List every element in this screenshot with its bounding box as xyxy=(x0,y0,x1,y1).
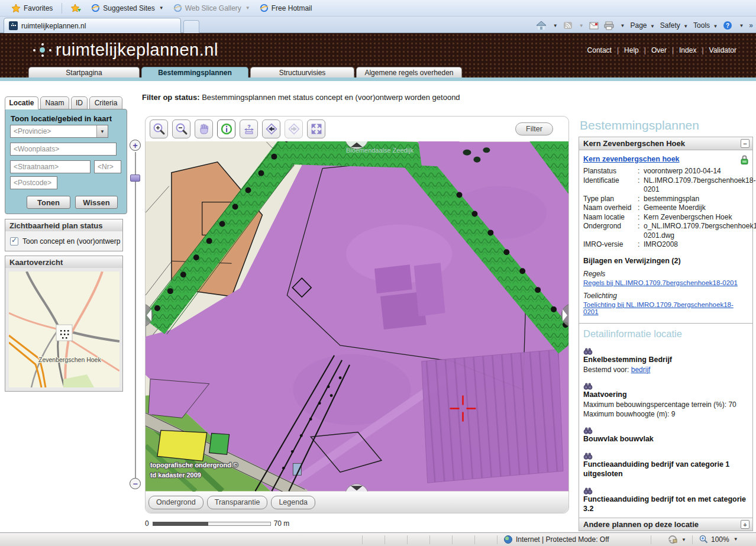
svg-text:?: ? xyxy=(247,124,251,130)
tonen-button[interactable]: Tonen xyxy=(27,196,70,209)
map-frame: ? Filter xyxy=(145,116,569,513)
detail-row: IMRO-versie:IMRO2008 xyxy=(583,240,748,250)
star-icon xyxy=(11,4,21,13)
favorites-label: Favorites xyxy=(24,4,53,12)
print-menu-caret[interactable]: ▼ xyxy=(621,23,625,28)
sidebar-tab-criteria[interactable]: Criteria xyxy=(89,96,122,109)
detail-item-functie-cat1: Functieaanduiding bedrijf van categorie … xyxy=(583,453,748,479)
ie-icon xyxy=(173,4,182,12)
detail-item-maatvoering: Maatvoering Maximum bebouwingspercentage… xyxy=(583,383,748,418)
home-icon[interactable] xyxy=(536,21,547,30)
separator xyxy=(62,3,62,14)
legenda-button[interactable]: Legenda xyxy=(271,496,315,509)
attachments-header: Bijlagen en Verwijzingen (2) xyxy=(583,257,748,265)
plan-section-header-label: Kern Zevenbergschen Hoek xyxy=(583,139,685,148)
measure-tool-button[interactable]: ? xyxy=(240,119,258,138)
next-extent-button[interactable] xyxy=(285,119,303,138)
zoom-level-label: 100% xyxy=(711,535,729,544)
provincie-select[interactable]: <Provincie> ▼ xyxy=(10,125,108,138)
measure-icon: ? xyxy=(243,122,256,135)
visibility-checkbox[interactable]: ✓ xyxy=(10,237,18,245)
toelichting-link[interactable]: Toelichting bij NL.IMRO.1709.7bergschenh… xyxy=(583,301,748,315)
print-icon[interactable] xyxy=(604,21,614,30)
postcode-input[interactable] xyxy=(10,176,57,189)
zoom-slider-handle[interactable] xyxy=(130,175,140,182)
feeds-menu-caret[interactable]: ▼ xyxy=(579,23,584,28)
lock-icon xyxy=(739,154,749,165)
map-render: Bloemendaalse Zeedijk topografische onde… xyxy=(146,141,568,492)
home-menu-caret[interactable]: ▼ xyxy=(553,23,558,28)
detail-row: Identificatie:NL.IMRO.1709.7bergschenhoe… xyxy=(583,176,748,195)
straatnaam-input[interactable] xyxy=(10,160,91,173)
help-icon[interactable]: ? xyxy=(723,21,732,30)
browser-tab[interactable]: ruimtelijkeplannen.nl xyxy=(4,18,181,33)
browser-zoom-control[interactable]: 100% ▼ xyxy=(699,535,738,544)
huisnummer-input[interactable] xyxy=(94,160,121,173)
tab-startpagina[interactable]: Startpagina xyxy=(28,67,140,77)
toelichting-label: Toelichting xyxy=(583,292,748,300)
sidebar-tab-id[interactable]: ID xyxy=(71,96,88,109)
nav-over[interactable]: Over xyxy=(646,46,672,54)
identify-tool-button[interactable] xyxy=(217,119,235,138)
detail-row: Ondergrond:o_NL.IMRO.1709.7bergschenhoek… xyxy=(583,222,748,240)
nav-contact[interactable]: Contact xyxy=(582,46,617,54)
transparantie-button[interactable]: Transparantie xyxy=(207,496,268,509)
plan-link[interactable]: Kern zevenbergschen hoek xyxy=(583,155,680,163)
tab-structuurvisies[interactable]: Structuurvisies xyxy=(250,67,354,77)
nav-index[interactable]: Index xyxy=(674,46,702,54)
overflow-chevron[interactable]: » xyxy=(749,21,753,30)
zoom-slider-track[interactable] xyxy=(135,152,136,478)
sidebar-tab-locatie[interactable]: Locatie xyxy=(5,96,38,109)
free-hotmail-button[interactable]: Free Hotmail xyxy=(257,2,315,14)
site-logo[interactable]: ruimtelijkeplannen.nl xyxy=(33,40,218,60)
zoom-in-slider-button[interactable]: + xyxy=(130,140,141,151)
previous-extent-button[interactable] xyxy=(262,119,280,138)
zoom-out-slider-button[interactable]: − xyxy=(130,478,141,489)
tools-menu[interactable]: Tools ▼ xyxy=(693,21,718,30)
compatibility-view-control[interactable]: ▼ xyxy=(667,535,686,544)
web-slice-gallery-button[interactable]: Web Slice Gallery ▼ xyxy=(170,2,253,14)
help-menu-caret[interactable]: ▼ xyxy=(739,23,744,28)
page-menu[interactable]: Page ▼ xyxy=(631,21,655,30)
full-extent-button[interactable] xyxy=(307,119,325,138)
sidebar-tab-naam[interactable]: Naam xyxy=(40,96,69,109)
tab-bestemmingsplannen[interactable]: Bestemmingsplannen xyxy=(141,67,248,77)
chevron-down-icon[interactable]: ▼ xyxy=(96,125,108,137)
map-canvas[interactable]: Bloemendaalse Zeedijk topografische onde… xyxy=(146,141,568,492)
overview-map[interactable]: Zevenbergschen Hoek xyxy=(9,272,119,387)
checkmark-icon: ✓ xyxy=(11,236,17,244)
suggested-sites-label: Suggested Sites xyxy=(103,4,154,12)
safety-menu[interactable]: Safety ▼ xyxy=(660,21,688,30)
zoom-in-icon xyxy=(153,122,166,135)
bedrijf-link[interactable]: bedrijf xyxy=(631,366,651,374)
add-to-favorites-button[interactable] xyxy=(68,2,85,14)
woonplaats-input[interactable] xyxy=(10,143,117,156)
regels-link[interactable]: Regels bij NL.IMRO.1709.7bergschenhoek18… xyxy=(583,279,738,286)
nav-help[interactable]: Help xyxy=(619,46,644,54)
rss-feeds-icon[interactable] xyxy=(563,21,573,30)
tab-algemene-regels[interactable]: Algemene regels overheden xyxy=(356,67,462,77)
filter-status-line: Filter op status: Bestemmingsplannen met… xyxy=(142,93,460,102)
new-tab-stub[interactable] xyxy=(183,20,199,33)
binoculars-icon xyxy=(583,383,593,390)
collapse-button[interactable]: − xyxy=(741,139,749,148)
read-mail-icon[interactable] xyxy=(589,22,599,30)
info-icon xyxy=(220,122,233,135)
zoom-in-tool-button[interactable] xyxy=(150,119,168,138)
nav-validator[interactable]: Validator xyxy=(704,46,742,54)
pan-tool-button[interactable] xyxy=(195,119,213,138)
zoom-magnifier-icon xyxy=(699,535,708,544)
zoom-out-icon xyxy=(175,122,188,135)
expand-button[interactable]: + xyxy=(741,520,749,529)
wissen-button[interactable]: Wissen xyxy=(75,196,118,209)
zoom-out-tool-button[interactable] xyxy=(172,119,190,138)
filter-status-text: Bestemmingsplannen met status concept en… xyxy=(200,93,460,102)
filter-button[interactable]: Filter xyxy=(515,122,553,135)
visibility-section-body: ✓ Toon concept en (voor)ontwerp xyxy=(5,231,123,251)
favorites-button[interactable]: Favorites xyxy=(8,2,56,14)
browser-tab-bar: ruimtelijkeplannen.nl ▼ ▼ ▼ Page ▼ Safet… xyxy=(0,17,756,33)
ondergrond-button[interactable]: Ondergrond xyxy=(148,496,203,509)
visibility-section-header: Zichtbaarheid plan status xyxy=(5,219,123,232)
browser-tab-title: ruimtelijkeplannen.nl xyxy=(21,22,86,30)
suggested-sites-button[interactable]: Suggested Sites ▼ xyxy=(88,2,166,14)
